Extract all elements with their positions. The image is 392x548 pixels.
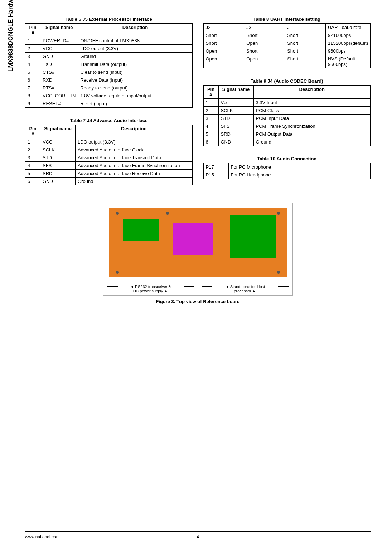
table9-header-signal: Signal name	[218, 86, 253, 99]
table7-header-pin: Pin #	[25, 125, 40, 138]
table7-caption: Table 7 J4 Advance Audio Interface	[25, 118, 193, 123]
table-row: J2J3J1UART baud rate	[203, 24, 371, 31]
table8-caption: Table 8 UART interface setting	[203, 16, 371, 22]
table-row: 5SRDAdvanced Audio Interface Receive Dat…	[25, 170, 193, 178]
table-row: 1Vcc3.3V Input	[203, 99, 371, 107]
table-row: 6GNDGround	[25, 178, 193, 185]
table7-header-signal: Signal name	[40, 125, 76, 138]
pcb-via	[116, 271, 119, 274]
table-row: 2VCCLDO output (3.3V)	[25, 45, 193, 53]
table-row: 4SFSPCM Frame Synchronization	[203, 122, 371, 130]
table-row: 4SFSAdvanced Audio Interface Frame Synch…	[25, 162, 193, 170]
table9-caption: Table 9 J4 (Audio CODEC Board)	[203, 78, 371, 84]
table-row: 9RESET#Reset (input)	[25, 100, 193, 108]
pcb-component	[173, 223, 213, 255]
table-row: P15For PC Headphone	[203, 171, 371, 179]
table10: P17For PC Microphone P15For PC Headphone	[203, 163, 371, 179]
table-row: OpenOpenShortNVS (Default 9600bps)	[203, 55, 371, 68]
table-row: 6RXDReceive Data (input)	[25, 76, 193, 84]
pcb-board	[109, 208, 287, 277]
page-number: 4	[25, 534, 371, 539]
pcb-diagram: ◄ RS232 transceiver & DC power supply ► …	[103, 203, 293, 296]
table8: J2J3J1UART baud rate ShortShortShort9216…	[203, 23, 371, 68]
pcb-via	[277, 212, 280, 215]
table-row: OpenShortShort9600bps	[203, 47, 371, 55]
table6: Pin # Signal name Description 1POWER_D#O…	[25, 23, 193, 108]
figure3-caption: Figure 3. Top view of Reference board	[25, 299, 371, 304]
table-row: 2SCLKPCM Clock	[203, 107, 371, 115]
table-row: 3GNDGround	[25, 53, 193, 60]
table-row: 1POWER_D#ON/OFF control of LMX9838	[25, 37, 193, 45]
table7: Pin # Signal name Description 1VCCLDO ou…	[25, 125, 193, 185]
table-row: ShortOpenShort115200bps(default)	[203, 39, 371, 47]
pcb-via	[166, 212, 169, 215]
table-row: 3STDPCM Input Data	[203, 115, 371, 122]
table-row: 6GNDGround	[203, 138, 371, 146]
table-row: 2SCLKAdvanced Audio Interface Clock	[25, 146, 193, 154]
table6-header-signal: Signal name	[40, 24, 78, 37]
table-row: 4TXDTransmit Data (output)	[25, 60, 193, 68]
document-title-sidebar: LMX9838DONGLE Hardware User Guide	[7, 0, 14, 72]
table-row: ShortShortShort921600bps	[203, 31, 371, 39]
table9-header-pin: Pin #	[203, 86, 218, 99]
table-row: 1VCCLDO output (3.3V)	[25, 138, 193, 146]
table-row: 8VCC_CORE_IN1.8V voltage regulator input…	[25, 92, 193, 100]
pcb-component	[230, 215, 276, 258]
table6-header-desc: Description	[78, 24, 192, 37]
table10-caption: Table 10 Audio Connection	[203, 156, 371, 161]
pcb-via	[116, 212, 119, 215]
table-row: 7RTS#Ready to send (output)	[25, 84, 193, 92]
figure3-block: ◄ RS232 transceiver & DC power supply ► …	[25, 199, 371, 304]
pcb-via	[277, 271, 280, 274]
table9: Pin # Signal name Description 1Vcc3.3V I…	[203, 85, 371, 146]
table9-header-desc: Description	[253, 86, 371, 99]
table7-header-desc: Description	[76, 125, 193, 138]
table-row: 5CTS#Clear to send (input)	[25, 68, 193, 76]
table-row: P17For PC Microphone	[203, 163, 371, 171]
table6-caption: Table 6 J5 External Processor Interface	[25, 16, 193, 22]
table6-header-pin: Pin #	[25, 24, 40, 37]
pcb-component	[123, 219, 159, 241]
page-footer: www.national.com 4	[25, 531, 371, 539]
figure-left-label: ◄ RS232 transceiver & DC power supply ►	[103, 285, 198, 293]
figure-right-label: ◄ Standalone for Host processor ►	[198, 285, 292, 293]
table-row: 5SRDPCM Output Data	[203, 130, 371, 138]
table-row: 3STDAdvanced Audio Interface Transmit Da…	[25, 154, 193, 162]
